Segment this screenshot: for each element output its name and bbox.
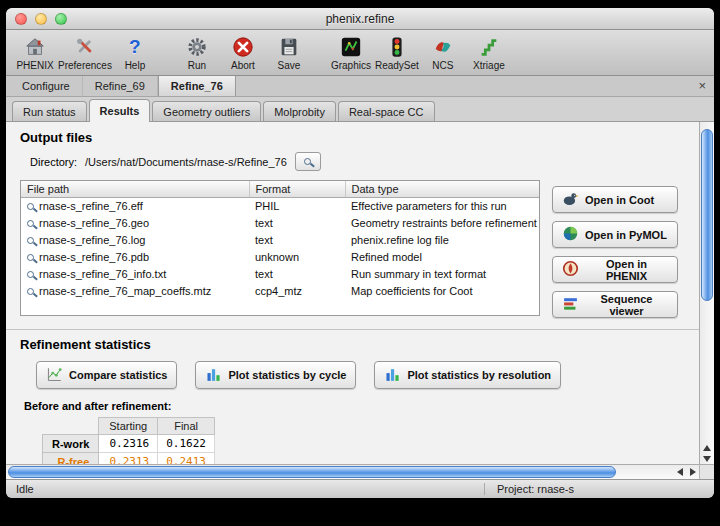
tab-geometry-outliers[interactable]: Geometry outliers <box>152 101 261 121</box>
toolbar-button-readyset[interactable]: ReadySet <box>374 31 420 75</box>
toolbar-label: Save <box>278 60 301 71</box>
stats-header-starting: Starting <box>99 418 158 435</box>
magnifier-icon <box>27 288 34 295</box>
toolbar-button-phenix[interactable]: PHENIX <box>12 31 58 75</box>
close-tab-icon[interactable]: × <box>698 78 706 94</box>
tab-configure[interactable]: Configure <box>10 76 83 96</box>
vertical-scrollbar[interactable] <box>699 122 714 464</box>
file-path: rnase-s_refine_76.geo <box>39 217 149 229</box>
run-tab-bar: Configure Refine_69 Refine_76 × <box>6 76 714 97</box>
column-header-data-type[interactable]: Data type <box>345 181 539 198</box>
directory-label: Directory: <box>30 156 77 168</box>
plot-by-cycle-button[interactable]: Plot statistics by cycle <box>195 361 356 389</box>
results-panel: Output files Directory: /Users/nat/Docum… <box>6 122 714 464</box>
button-label: Compare statistics <box>69 369 167 381</box>
toolbar-button-save[interactable]: Save <box>266 31 312 75</box>
toolbar-button-abort[interactable]: Abort <box>220 31 266 75</box>
table-row[interactable]: rnase-s_refine_76.log text phenix.refine… <box>21 232 539 249</box>
magnifier-icon <box>27 237 34 244</box>
phenix-refine-window: phenix.refine PHENIX Preferences ? Help … <box>6 8 714 498</box>
vertical-scrollbar-thumb[interactable] <box>701 129 713 301</box>
open-in-coot-button[interactable]: Open in Coot <box>552 186 678 213</box>
open-in-phenix-button[interactable]: Open in PHENIX <box>552 256 678 283</box>
toolbar-button-help[interactable]: ? Help <box>112 31 158 75</box>
scroll-right-arrow[interactable] <box>690 468 696 476</box>
window-title: phenix.refine <box>326 12 395 26</box>
file-data-type: Geometry restraints before refinement <box>345 215 539 232</box>
scroll-down-arrow[interactable] <box>703 456 711 462</box>
table-row[interactable]: rnase-s_refine_76.geo text Geometry rest… <box>21 215 539 232</box>
file-path: rnase-s_refine_76.pdb <box>39 251 149 263</box>
button-label: Plot statistics by resolution <box>407 369 551 381</box>
directory-browse-button[interactable] <box>295 152 321 171</box>
stat-label: R-free <box>43 453 99 465</box>
toolbar-button-run[interactable]: Run <box>174 31 220 75</box>
toolbar-button-preferences[interactable]: Preferences <box>58 31 112 75</box>
table-row[interactable]: rnase-s_refine_76_map_coeffs.mtz ccp4_mt… <box>21 283 539 300</box>
file-format: text <box>249 215 345 232</box>
toolbar-label: Run <box>188 60 206 71</box>
toolbar-label: Graphics <box>331 60 371 71</box>
status-bar: Idle Project: rnase-s <box>6 479 714 498</box>
sequence-viewer-button[interactable]: Sequence viewer <box>552 291 678 318</box>
table-header-row: File path Format Data type <box>21 181 539 198</box>
xtriage-icon <box>478 35 500 59</box>
stat-label: R-work <box>43 435 99 453</box>
toolbar-label: Xtriage <box>473 60 505 71</box>
stats-row-r-free: R-free 0.2313 0.2413 <box>43 453 215 465</box>
file-path: rnase-s_refine_76.eff <box>39 200 143 212</box>
tab-label: Results <box>100 105 140 117</box>
tab-molprobity[interactable]: Molprobity <box>263 101 336 121</box>
toolbar-button-ncs[interactable]: NCS <box>420 31 466 75</box>
minimize-window-button[interactable] <box>35 13 47 25</box>
viewer-buttons: Open in Coot Open in PyMOL Open in PHENI… <box>552 186 678 318</box>
tab-label: Geometry outliers <box>163 106 250 118</box>
table-row[interactable]: rnase-s_refine_76.pdb unknown Refined mo… <box>21 249 539 266</box>
scrollbar-corner <box>699 465 714 479</box>
window-controls <box>15 13 67 25</box>
file-format: text <box>249 266 345 283</box>
button-label: Open in PHENIX <box>585 258 668 282</box>
toolbar-label: PHENIX <box>16 60 53 71</box>
button-label: Open in Coot <box>585 194 654 206</box>
stat-starting-value: 0.2316 <box>99 435 158 453</box>
plot-by-resolution-button[interactable]: Plot statistics by resolution <box>374 361 561 389</box>
toolbar-label: ReadySet <box>375 60 419 71</box>
horizontal-scrollbar-arrows <box>677 465 696 479</box>
open-in-pymol-button[interactable]: Open in PyMOL <box>552 221 678 248</box>
close-window-button[interactable] <box>15 13 27 25</box>
table-row[interactable]: rnase-s_refine_76.eff PHIL Effective par… <box>21 198 539 215</box>
tab-real-space-cc[interactable]: Real-space CC <box>338 101 435 121</box>
titlebar[interactable]: phenix.refine <box>6 8 714 30</box>
toolbar-label: NCS <box>432 60 453 71</box>
compare-statistics-button[interactable]: Compare statistics <box>36 361 177 389</box>
status-text: Idle <box>16 483 34 495</box>
toolbar-button-graphics[interactable]: Graphics <box>328 31 374 75</box>
scroll-left-arrow[interactable] <box>677 468 683 476</box>
abort-icon <box>232 35 254 59</box>
statistics-buttons: Compare statistics Plot statistics by cy… <box>36 361 691 389</box>
horizontal-scrollbar[interactable] <box>6 464 714 479</box>
table-row[interactable]: rnase-s_refine_76_info.txt text Run summ… <box>21 266 539 283</box>
magnifier-icon <box>27 271 34 278</box>
refinement-stats-table: Starting Final R-work 0.2316 0.1622 R-fr… <box>42 417 215 464</box>
tab-refine-69[interactable]: Refine_69 <box>83 76 158 96</box>
scroll-up-arrow[interactable] <box>703 445 711 451</box>
save-icon <box>278 35 300 59</box>
before-after-label: Before and after refinement: <box>24 400 691 412</box>
column-header-file-path[interactable]: File path <box>21 181 249 198</box>
horizontal-scrollbar-thumb[interactable] <box>8 466 616 478</box>
zoom-window-button[interactable] <box>55 13 67 25</box>
file-path: rnase-s_refine_76_map_coeffs.mtz <box>39 285 211 297</box>
file-format: text <box>249 232 345 249</box>
tab-label: Molprobity <box>274 106 325 118</box>
column-header-format[interactable]: Format <box>249 181 345 198</box>
file-data-type: phenix.refine log file <box>345 232 539 249</box>
output-files-table-container: File path Format Data type rnase-s_refin… <box>20 180 540 316</box>
tab-refine-76[interactable]: Refine_76 <box>158 76 236 96</box>
file-data-type: Effective parameters for this run <box>345 198 539 215</box>
tab-results[interactable]: Results <box>89 99 151 122</box>
toolbar-button-xtriage[interactable]: Xtriage <box>466 31 512 75</box>
stat-final-value: 0.1622 <box>158 435 215 453</box>
tab-run-status[interactable]: Run status <box>12 101 87 121</box>
